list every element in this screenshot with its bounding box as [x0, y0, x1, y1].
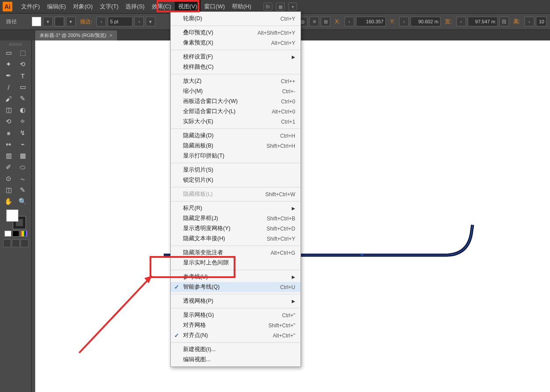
- vsp[interactable]: ▾: [146, 17, 155, 26]
- submenu-arrow-icon: ▶: [292, 206, 295, 211]
- menu-选择S[interactable]: 选择(S): [122, 0, 148, 13]
- tool[interactable]: ↭: [2, 139, 15, 150]
- screenmode-present[interactable]: [21, 239, 29, 247]
- screenmode-full[interactable]: [12, 239, 20, 247]
- tool[interactable]: ✋: [2, 196, 15, 207]
- menu-item[interactable]: 像素预览(X)Alt+Ctrl+Y: [171, 38, 301, 48]
- document-tab[interactable]: 未标题-1* @ 200% (RGB/预览) ✕: [35, 30, 117, 40]
- x-label: X:: [335, 18, 340, 25]
- swatch-spectrum[interactable]: [20, 231, 27, 237]
- grid-dd[interactable]: ※: [309, 17, 319, 26]
- menu-item[interactable]: 显示切片(S): [171, 165, 301, 175]
- tool[interactable]: ⬭: [16, 162, 29, 172]
- tool[interactable]: ✧: [16, 116, 29, 127]
- menu-item-label: 像素预览(X): [183, 39, 271, 47]
- tool[interactable]: ✎: [16, 93, 29, 104]
- menu-item[interactable]: 显示打印拼贴(T): [171, 151, 301, 161]
- menu-item[interactable]: 叠印预览(V)Alt+Shift+Ctrl+Y: [171, 28, 301, 38]
- w-value[interactable]: 97.547 m: [468, 17, 498, 26]
- close-tab-icon[interactable]: ✕: [109, 33, 113, 38]
- stroke-swatch[interactable]: [55, 17, 64, 26]
- menu-item[interactable]: ✓智能参考线(Q)Ctrl+U: [171, 282, 301, 292]
- tool[interactable]: ✎: [16, 185, 29, 195]
- bridge-icon[interactable]: Br: [264, 3, 272, 11]
- tool[interactable]: ๑: [2, 128, 15, 138]
- fill-swatch[interactable]: [32, 17, 41, 26]
- menu-item[interactable]: 实际大小(E)Ctrl+1: [171, 117, 301, 127]
- fill-color-icon[interactable]: [6, 209, 18, 222]
- swatch-black[interactable]: [12, 231, 19, 237]
- screenmode-normal[interactable]: [3, 239, 11, 247]
- menu-item[interactable]: 缩小(M)Ctrl+-: [171, 86, 301, 96]
- tool[interactable]: ✦: [2, 59, 15, 70]
- menu-对象O[interactable]: 对象(O): [70, 0, 96, 13]
- toolbox-handle[interactable]: [9, 43, 22, 46]
- tool[interactable]: ↯: [16, 128, 29, 138]
- menu-item[interactable]: 标尺(R)▶: [171, 203, 301, 213]
- menu-item[interactable]: 参考线(U)▶: [171, 272, 301, 282]
- tool[interactable]: ✐: [2, 162, 15, 172]
- menu-item[interactable]: 隐藏边缘(D)Ctrl+H: [171, 131, 301, 141]
- tool[interactable]: ⬚: [16, 48, 29, 58]
- menu-item[interactable]: 校样颜色(C): [171, 62, 301, 72]
- menu-item[interactable]: 隐藏文本串接(H)Shift+Ctrl+Y: [171, 234, 301, 244]
- h-value[interactable]: 10: [536, 17, 546, 26]
- tool[interactable]: ▦: [16, 150, 29, 161]
- menu-item[interactable]: 隐藏定界框(J)Shift+Ctrl+B: [171, 213, 301, 223]
- w-dec[interactable]: ‹: [456, 17, 466, 26]
- stroke-weight[interactable]: 5 pt: [108, 17, 132, 26]
- menu-文件F[interactable]: 文件(F): [18, 0, 44, 13]
- menu-item[interactable]: 显示透明度网格(Y)Shift+Ctrl+D: [171, 223, 301, 234]
- h-dec[interactable]: ‹: [524, 17, 534, 26]
- arrange-dd-icon[interactable]: ▾: [288, 3, 297, 11]
- menu-item[interactable]: 隐藏画板(B)Shift+Ctrl+H: [171, 141, 301, 151]
- menu-item[interactable]: 锁定切片(K): [171, 175, 301, 185]
- y-dec[interactable]: ‹: [399, 17, 409, 26]
- menu-item[interactable]: 轮廓(D)Ctrl+Y: [171, 14, 301, 24]
- tool[interactable]: ▭: [16, 82, 29, 92]
- tool[interactable]: ⊙: [2, 173, 15, 184]
- tool[interactable]: 🔍: [16, 196, 29, 207]
- toolbox: ▭⬚✦⟲✒T/▭🖌✎◫◐⟲✧๑↯↭⌁▥▦✐⬭⊙⏦◫✎✋🔍: [0, 40, 32, 392]
- transform-icon[interactable]: ⊞: [321, 17, 330, 26]
- menu-item[interactable]: 校样设置(F)▶: [171, 52, 301, 62]
- anchor-point[interactable]: [361, 253, 363, 256]
- tool[interactable]: T: [16, 70, 29, 81]
- tool[interactable]: /: [2, 82, 15, 92]
- tool[interactable]: ⌁: [16, 139, 29, 150]
- tool[interactable]: ◐: [16, 105, 29, 115]
- menu-item[interactable]: 透视网格(P)▶: [171, 296, 301, 306]
- menu-item[interactable]: 放大(Z)Ctrl++: [171, 76, 301, 86]
- tool[interactable]: ⟲: [2, 116, 15, 127]
- menu-item[interactable]: 编辑视图...: [171, 355, 301, 365]
- menu-item[interactable]: 新建视图(I)...: [171, 344, 301, 355]
- stroke-dd[interactable]: ▾: [66, 17, 76, 26]
- arrange-icon[interactable]: ▦: [276, 3, 285, 11]
- tool[interactable]: ✒: [2, 70, 15, 81]
- menu-item[interactable]: 显示实时上色间隙: [171, 258, 301, 268]
- tool[interactable]: ▥: [2, 150, 15, 161]
- menu-文字T[interactable]: 文字(T): [96, 0, 122, 13]
- tool[interactable]: ◫: [2, 185, 15, 195]
- menu-item[interactable]: 隐藏渐变批注者Alt+Ctrl+G: [171, 248, 301, 258]
- x-value[interactable]: 160.357: [356, 17, 386, 26]
- tool[interactable]: ◫: [2, 105, 15, 115]
- menu-item[interactable]: 对齐网格Shift+Ctrl+": [171, 320, 301, 330]
- menu-item[interactable]: ✓对齐点(N)Alt+Ctrl+": [171, 330, 301, 341]
- tool[interactable]: ▭: [2, 48, 15, 58]
- stroke-dec[interactable]: ‹: [96, 17, 106, 26]
- tool[interactable]: ⏦: [16, 173, 29, 184]
- menu-item[interactable]: 显示网格(G)Ctrl+": [171, 310, 301, 320]
- tool[interactable]: ⟲: [16, 59, 29, 70]
- menu-编辑E[interactable]: 编辑(E): [44, 0, 70, 13]
- fill-dd[interactable]: ▾: [43, 17, 53, 26]
- link-wh-icon[interactable]: ⛓: [499, 17, 509, 26]
- swatch-white[interactable]: [4, 231, 11, 237]
- x-dec[interactable]: ‹: [345, 17, 354, 26]
- menu-item[interactable]: 画板适合窗口大小(W)Ctrl+0: [171, 96, 301, 106]
- fill-stroke-control[interactable]: [6, 209, 26, 229]
- tool[interactable]: 🖌: [2, 93, 15, 104]
- stroke-inc[interactable]: ›: [134, 17, 144, 26]
- y-value[interactable]: 90.602 m: [411, 17, 440, 26]
- menu-item[interactable]: 全部适合窗口大小(L)Alt+Ctrl+0: [171, 106, 301, 117]
